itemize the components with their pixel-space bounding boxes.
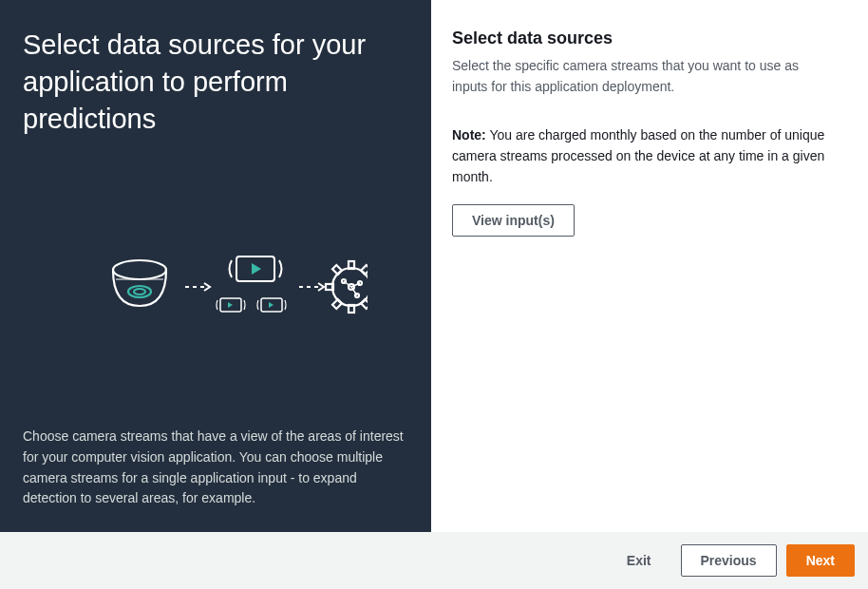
form-description: Select the specific camera streams that … [452,56,837,97]
view-inputs-button[interactable]: View input(s) [452,204,575,237]
svg-point-2 [134,289,145,294]
next-button[interactable]: Next [786,544,855,577]
svg-marker-10 [269,302,274,308]
info-panel-description: Choose camera streams that have a view o… [23,427,408,509]
svg-point-1 [128,286,151,297]
wizard-footer: Exit Previous Next [0,532,868,589]
note-label: Note: [452,127,486,142]
info-panel-title: Select data sources for your application… [23,27,408,138]
svg-point-0 [113,260,166,279]
svg-rect-17 [361,265,368,275]
previous-button[interactable]: Previous [681,544,777,577]
form-panel: Select data sources Select the specific … [431,0,868,532]
form-note: Note: You are charged monthly based on t… [452,125,837,187]
note-text: You are charged monthly based on the num… [452,127,824,183]
illustration [23,147,408,427]
wizard-content: Select data sources for your application… [0,0,868,532]
wizard-container: Select data sources for your application… [0,0,868,589]
svg-rect-18 [332,265,342,275]
exit-button[interactable]: Exit [607,544,671,577]
data-flow-illustration-icon [64,239,368,334]
svg-marker-6 [252,263,261,275]
svg-rect-20 [332,299,342,309]
info-panel: Select data sources for your application… [0,0,431,532]
svg-marker-8 [228,302,233,308]
svg-rect-19 [361,299,368,309]
form-title: Select data sources [452,28,847,48]
